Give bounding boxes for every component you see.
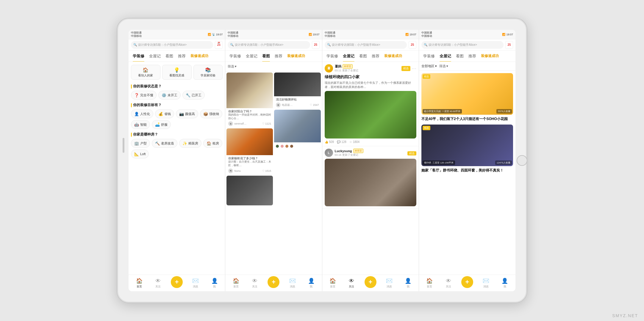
action-see-home[interactable]: 🏠 看别人的家: [131, 65, 160, 80]
tab-kantu-4[interactable]: 看图: [454, 51, 466, 62]
tab-speed-1[interactable]: 装修速成功: [188, 51, 211, 62]
nav-follow-1[interactable]: 👁 关注: [152, 278, 164, 289]
tab-tuijian-3[interactable]: 推荐: [369, 51, 382, 62]
tag-storage[interactable]: 📦 强收纳: [200, 109, 222, 118]
nav-me-2[interactable]: 👤 我: [305, 278, 317, 289]
tab-xuezhuangxiu[interactable]: 学装修: [130, 51, 147, 62]
nav-msg-4[interactable]: ✉️ 消息: [480, 278, 492, 289]
nav-add-1[interactable]: +: [171, 276, 183, 290]
fh-cover-1[interactable]: [325, 91, 416, 139]
tab-kantu-3[interactable]: 看图: [357, 51, 369, 62]
add-btn-3[interactable]: +: [365, 276, 376, 288]
nav-follow-2[interactable]: 👁 关注: [249, 278, 261, 289]
tag-rental[interactable]: 🏠 租房: [203, 139, 222, 148]
tag-comfy[interactable]: 🛋️ 舒服: [152, 120, 171, 129]
tag-humane[interactable]: 👤 人性化: [131, 109, 153, 118]
tab-quanwuji-4[interactable]: 全屋记: [437, 51, 454, 62]
tab-xuezhuangxiu-2[interactable]: 学装修: [227, 51, 243, 62]
add-btn-1[interactable]: +: [171, 276, 183, 288]
nav-msg-3[interactable]: ✉️ 消息: [383, 278, 395, 289]
nav-me-4[interactable]: 👤 我: [499, 278, 511, 289]
fh-like-1[interactable]: 👍 509: [325, 140, 334, 144]
filter-button-4[interactable]: 筛选 ▾: [439, 64, 448, 68]
tab-quanwuji-3[interactable]: 全屋记: [340, 51, 357, 62]
tag-save-money[interactable]: 💰 省钱: [155, 109, 174, 118]
tag-renovation[interactable]: 🔨 老房改造: [152, 139, 177, 148]
wifi-icon: 📡: [212, 33, 215, 36]
calendar-badge-3[interactable]: 25: [409, 41, 416, 49]
fh-star-1[interactable]: ☆ 1804: [349, 140, 359, 144]
nav-home-4[interactable]: 🏠 首页: [423, 278, 435, 289]
home-button[interactable]: [517, 155, 527, 166]
share-icon-1[interactable]: ⋯: [412, 66, 416, 71]
like-cabinet: ♡ 1515: [262, 169, 271, 172]
tab-speed-3[interactable]: 装修速成功: [382, 51, 404, 62]
tag-loft[interactable]: 📐 Loft: [131, 150, 149, 158]
nav-follow-4[interactable]: 👁 关注: [443, 278, 454, 289]
img-card-shower[interactable]: [274, 110, 321, 149]
tab-kantu-2[interactable]: 看图: [260, 51, 272, 62]
calendar-badge-4[interactable]: 25: [505, 41, 513, 49]
nav-home-3[interactable]: 🏠 首页: [327, 278, 339, 289]
search-input-wrap-1[interactable]: 🔍 设计师专访第5期：小户型能手Alice>: [131, 41, 213, 49]
calendar-badge-1[interactable]: 📅 25: [215, 41, 223, 49]
fh-author-info-1: 薯妈 种草官 03.11 更新了全屋记: [335, 64, 358, 73]
nav-home-2[interactable]: 🏠 首页: [230, 278, 242, 289]
article-card-1[interactable]: 精选 砒小学堂大凡姐 一居室 40-60平米 5579人收藏 不足40平，我们装…: [421, 73, 513, 122]
msg-nav-icon-2: ✉️: [289, 278, 296, 284]
search-input-wrap-4[interactable]: 🔍 设计师专访第5期：小户型能手Alice>: [421, 41, 504, 49]
tab-xuezhuangxiu-4[interactable]: 学装修: [421, 51, 437, 62]
nav-add-3[interactable]: +: [365, 276, 376, 290]
tag-smart[interactable]: 🤖 智能: [131, 120, 150, 129]
watermark: SMYZ.NET: [612, 313, 638, 318]
nav-add-2[interactable]: +: [268, 276, 279, 290]
nav-follow-3[interactable]: 👁 关注: [346, 278, 357, 289]
search-input-wrap-3[interactable]: 🔍 设计师专访第5期：小户型能手Alice>: [325, 41, 407, 49]
img-card-dark[interactable]: [226, 176, 273, 205]
tab-speed-4[interactable]: 装修速成功: [479, 51, 501, 62]
nav-add-4[interactable]: +: [461, 276, 473, 290]
img-card-robot[interactable]: 清洁好物测评站 E 电器篇… ♡ 1547: [274, 73, 321, 108]
action-learn[interactable]: 📚 学居家经验: [193, 65, 223, 80]
nav-msg-1[interactable]: ✉️ 消息: [190, 278, 201, 289]
nav-home-label-4: 首页: [427, 285, 432, 289]
tab-tuijian-1[interactable]: 推荐: [176, 51, 188, 62]
tag-beautiful[interactable]: 📷 颜值高: [176, 109, 198, 118]
tab-tuijian-4[interactable]: 推荐: [466, 51, 479, 62]
tag-huxing[interactable]: 🏢 户型: [131, 139, 150, 148]
chevron-down-icon-4: ▾: [446, 64, 448, 68]
tab-quanwuji-2[interactable]: 全屋记: [243, 51, 260, 62]
fh-comment-1[interactable]: 💬 128: [337, 140, 346, 144]
article-card-2[interactable]: 精选 猪扑哄 三居室 120-150平米 12473人收藏 她家「客厅」群书环绕…: [421, 125, 513, 173]
tag-started[interactable]: 🔧 已开工: [182, 91, 205, 100]
home-nav-icon-4: 🏠: [426, 278, 433, 284]
region-selector[interactable]: 全部地区 ▾: [421, 64, 437, 68]
side-button[interactable]: [123, 138, 124, 153]
fh-cover-2[interactable]: [325, 159, 416, 206]
img-card-cabinet[interactable]: 你家橱柜花了多少钱？ 设计图：自力更生，出尺及施工：木匠，橱柜… N Nunu …: [226, 128, 273, 174]
img-card-kitchen[interactable]: 你家封阳台了吗？ 我的阳台一开始是半封闭，刚种花时担心台… S serenafl…: [226, 73, 273, 127]
tab-kantu-1[interactable]: 看图: [163, 51, 176, 62]
tab-quanwuji-1[interactable]: 全屋记: [147, 51, 163, 62]
action-inspiration[interactable]: 💡 看图找灵感: [162, 65, 192, 80]
filter-button-2[interactable]: 筛选 ▾: [228, 64, 237, 69]
calendar-badge-2[interactable]: 25: [312, 41, 320, 49]
tag-not-started[interactable]: ⚙️ 未开工: [158, 91, 181, 100]
section-title-2: 你的装修目标有？: [131, 103, 223, 108]
nav-home-1[interactable]: 🏠 首页: [133, 278, 145, 289]
tab-tuijian-2[interactable]: 推荐: [272, 51, 285, 62]
region-filter: 全部地区 ▾ 筛选 ▾: [419, 62, 515, 71]
card-desc-cabinet: 设计图：自力更生，出尺及施工：木匠，橱柜…: [228, 160, 271, 167]
tag-clueless[interactable]: ❓ 完全不懂: [131, 91, 157, 100]
img-cabinet: [226, 128, 273, 155]
nav-msg-2[interactable]: ✉️ 消息: [287, 278, 298, 289]
nav-me-1[interactable]: 👤 我: [209, 278, 221, 289]
add-btn-4[interactable]: +: [461, 276, 473, 288]
tag-furnished[interactable]: ✨ 精装房: [179, 139, 201, 148]
nav-me-3[interactable]: 👤 我: [402, 278, 414, 289]
tab-xuezhuangxiu-3[interactable]: 学装修: [324, 51, 340, 62]
status-icons-2: 📶 19:07: [309, 33, 320, 36]
tab-speed-2[interactable]: 装修速成功: [285, 51, 307, 62]
add-btn-2[interactable]: +: [268, 276, 279, 288]
search-input-wrap-2[interactable]: 🔍 设计师专访第5期：小户型能手Alice>: [228, 41, 310, 49]
